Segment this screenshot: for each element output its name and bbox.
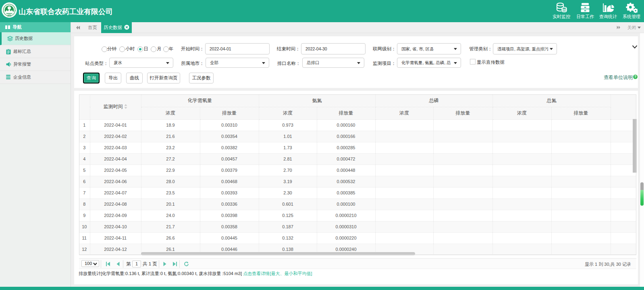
svg-text:?: ? <box>634 75 636 79</box>
svg-text:MEE: MEE <box>7 15 11 17</box>
